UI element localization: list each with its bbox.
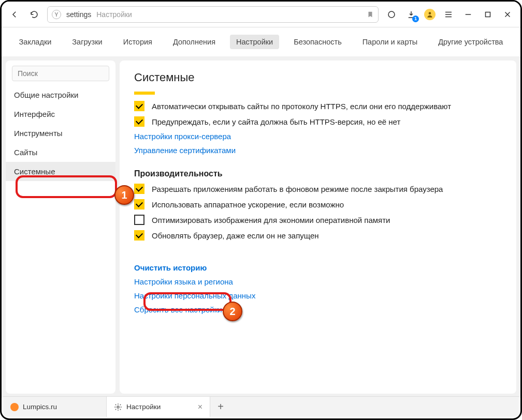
checkbox-label: Использовать аппаратное ускорение, если … (152, 200, 344, 209)
checkbox-hw-accel[interactable] (134, 199, 144, 209)
checkbox-https-auto[interactable] (134, 101, 144, 111)
tab-title: Настройки (126, 403, 161, 411)
checkbox-bg-apps[interactable] (134, 184, 144, 194)
settings-top-nav: Закладки Загрузки История Дополнения Нас… (2, 27, 520, 56)
nav-history[interactable]: История (117, 35, 158, 49)
nav-settings[interactable]: Настройки (230, 35, 279, 49)
favicon-lumpics (10, 403, 19, 411)
svg-point-3 (117, 406, 119, 408)
checkbox-label: Оптимизировать изображения для экономии … (152, 216, 390, 224)
checkbox-label: Обновлять браузер, даже если он не запущ… (152, 231, 319, 240)
nav-bookmarks[interactable]: Закладки (13, 35, 58, 49)
link-certificates[interactable]: Управление сертификатами (134, 146, 502, 155)
svg-point-0 (388, 11, 395, 18)
checkbox-row: Оптимизировать изображения для экономии … (134, 215, 502, 225)
tab-lumpics[interactable]: Lumpics.ru (3, 397, 107, 417)
link-personal-data[interactable]: Настройки персональных данных (134, 291, 502, 300)
sidebar-item-tools[interactable]: Инструменты (6, 124, 115, 143)
bookmark-icon[interactable] (367, 10, 374, 19)
browser-toolbar: Y settings Настройки 1 (2, 2, 520, 27)
link-language-region[interactable]: Настройки языка и региона (134, 277, 502, 286)
nav-addons[interactable]: Дополнения (167, 35, 222, 49)
sidebar-item-sites[interactable]: Сайты (6, 143, 115, 162)
menu-button[interactable] (442, 8, 455, 21)
svg-point-1 (429, 12, 431, 14)
url-segment-1: settings (66, 10, 91, 19)
url-segment-2: Настройки (96, 10, 132, 19)
close-tab-icon[interactable]: × (198, 402, 202, 412)
subheading-performance: Производительность (134, 169, 502, 178)
sidebar-search (12, 66, 109, 81)
page-heading: Системные (134, 71, 502, 84)
checkbox-label: Автоматически открывать сайты по протоко… (152, 102, 451, 111)
checkbox-label: Предупреждать, если у сайта должна быть … (152, 117, 400, 126)
tab-title: Lumpics.ru (23, 403, 57, 411)
reload-button[interactable] (27, 8, 41, 21)
checkbox-row: Разрешать приложениям работать в фоновом… (134, 184, 502, 194)
downloads-button[interactable]: 1 (404, 8, 418, 21)
sidebar-item-interface[interactable]: Интерфейс (6, 104, 115, 124)
nav-devices[interactable]: Другие устройства (432, 35, 509, 49)
divider-accent (134, 92, 155, 95)
checkbox-update-browser[interactable] (134, 230, 144, 241)
gear-icon (114, 403, 122, 411)
link-clear-history[interactable]: Очистить историю (134, 263, 502, 272)
nav-security[interactable]: Безопасность (287, 35, 348, 49)
checkbox-row: Автоматически открывать сайты по протоко… (134, 101, 502, 111)
tab-bar: Lumpics.ru Настройки × + (3, 396, 519, 417)
close-window-button[interactable] (501, 8, 514, 21)
zen-icon[interactable] (385, 8, 398, 21)
settings-sidebar: Общие настройки Интерфейс Инструменты Са… (6, 61, 115, 394)
nav-passwords[interactable]: Пароли и карты (356, 35, 424, 49)
sidebar-item-general[interactable]: Общие настройки (6, 85, 115, 104)
settings-main: Системные Автоматически открывать сайты … (120, 61, 516, 394)
address-bar[interactable]: Y settings Настройки (47, 6, 379, 23)
checkbox-row: Предупреждать, если у сайта должна быть … (134, 116, 502, 127)
sidebar-item-system[interactable]: Системные (6, 162, 115, 181)
back-button[interactable] (8, 8, 21, 21)
search-input[interactable] (12, 66, 109, 81)
link-reset-settings[interactable]: Сбросить все настройки (134, 305, 502, 314)
nav-downloads[interactable]: Загрузки (66, 35, 108, 49)
downloads-badge: 1 (412, 16, 419, 22)
checkbox-row: Обновлять браузер, даже если он не запущ… (134, 230, 502, 241)
new-tab-button[interactable]: + (210, 397, 231, 417)
link-proxy-settings[interactable]: Настройки прокси-сервера (134, 132, 502, 141)
site-identity-icon: Y (52, 10, 61, 19)
checkbox-optimize-images[interactable] (134, 215, 144, 225)
maximize-button[interactable] (481, 8, 495, 21)
tab-settings[interactable]: Настройки × (107, 397, 210, 417)
checkbox-label: Разрешать приложениям работать в фоновом… (152, 185, 443, 193)
checkbox-https-warn[interactable] (134, 116, 144, 127)
checkbox-row: Использовать аппаратное ускорение, если … (134, 199, 502, 209)
svg-rect-2 (486, 12, 490, 17)
minimize-button[interactable] (461, 8, 475, 21)
profile-avatar[interactable] (424, 9, 436, 20)
